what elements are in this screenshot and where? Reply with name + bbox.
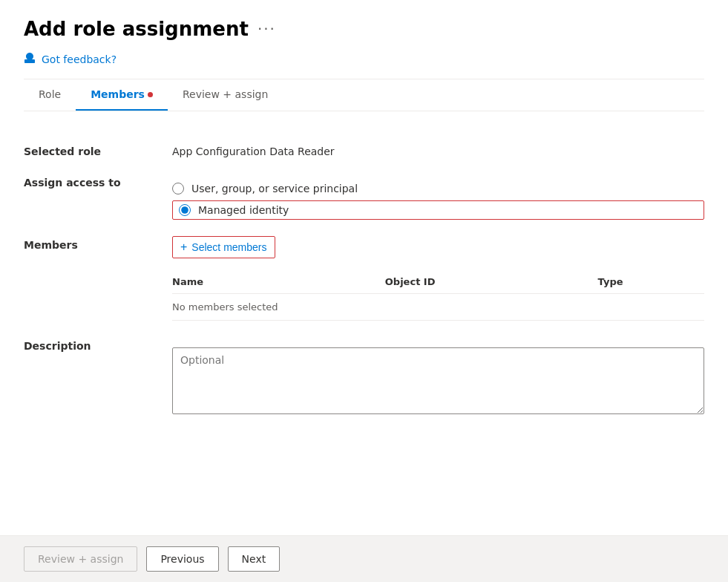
members-value: + Select members Name Object ID Type No …	[172, 229, 704, 330]
radio-label-user-group: User, group, or service principal	[191, 183, 358, 194]
assign-access-options: User, group, or service principal Manage…	[172, 166, 704, 229]
tab-members[interactable]: Members	[76, 79, 168, 111]
radio-user-group[interactable]: User, group, or service principal	[172, 183, 704, 194]
review-assign-button: Review + assign	[24, 546, 137, 572]
managed-identity-box: Managed identity	[172, 200, 704, 220]
members-label: Members	[24, 229, 172, 260]
page-header: Add role assignment ···	[24, 18, 704, 40]
feedback-link[interactable]: Got feedback?	[42, 53, 117, 65]
col-object-id: Object ID	[385, 270, 598, 294]
radio-managed-identity[interactable]: Managed identity	[179, 204, 289, 216]
empty-members-row: No members selected	[172, 294, 704, 321]
tabs-bar: Role Members Review + assign	[24, 79, 704, 111]
previous-button[interactable]: Previous	[146, 546, 218, 572]
table-header-row: Name Object ID Type	[172, 270, 704, 294]
form-section: Selected role App Configuration Data Rea…	[24, 135, 704, 425]
selected-role-label: Selected role	[24, 135, 172, 166]
assign-access-label: Assign access to	[24, 166, 172, 197]
bottom-bar: Review + assign Previous Next	[0, 535, 728, 582]
next-button[interactable]: Next	[228, 546, 281, 572]
members-table: Name Object ID Type No members selected	[172, 270, 704, 321]
radio-label-managed-identity: Managed identity	[198, 204, 289, 216]
description-section	[172, 336, 704, 425]
plus-icon: +	[180, 241, 187, 254]
more-options-icon[interactable]: ···	[258, 20, 276, 38]
col-type: Type	[598, 270, 704, 294]
select-members-button[interactable]: + Select members	[172, 236, 275, 258]
description-textarea[interactable]	[172, 347, 704, 414]
page-title: Add role assignment	[24, 18, 249, 40]
empty-members-message: No members selected	[172, 294, 704, 321]
tab-members-dot	[148, 92, 153, 97]
tab-role[interactable]: Role	[24, 79, 76, 111]
selected-role-value: App Configuration Data Reader	[172, 135, 704, 166]
feedback-bar: Got feedback?	[24, 52, 704, 79]
radio-input-user-group[interactable]	[172, 183, 184, 194]
description-label: Description	[24, 330, 172, 361]
tab-review-assign[interactable]: Review + assign	[168, 79, 283, 111]
select-members-label: Select members	[191, 241, 266, 253]
radio-input-managed-identity[interactable]	[179, 204, 191, 216]
col-name: Name	[172, 270, 385, 294]
feedback-person-icon	[24, 52, 36, 67]
